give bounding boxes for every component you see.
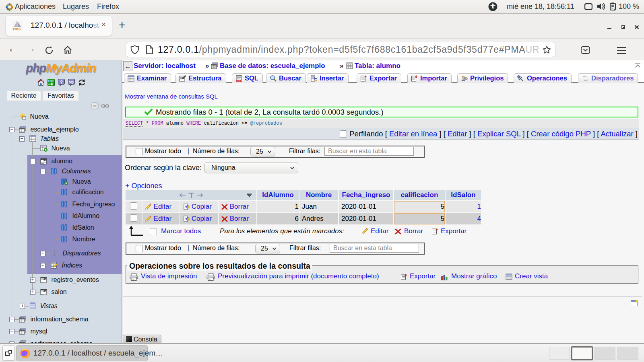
svg-text:?: ? bbox=[60, 80, 63, 84]
svg-text:SQL: SQL bbox=[69, 80, 75, 84]
svg-text:Exit: Exit bbox=[48, 80, 54, 82]
svg-text:PMA: PMA bbox=[13, 27, 21, 31]
svg-text:SQL: SQL bbox=[236, 79, 242, 82]
